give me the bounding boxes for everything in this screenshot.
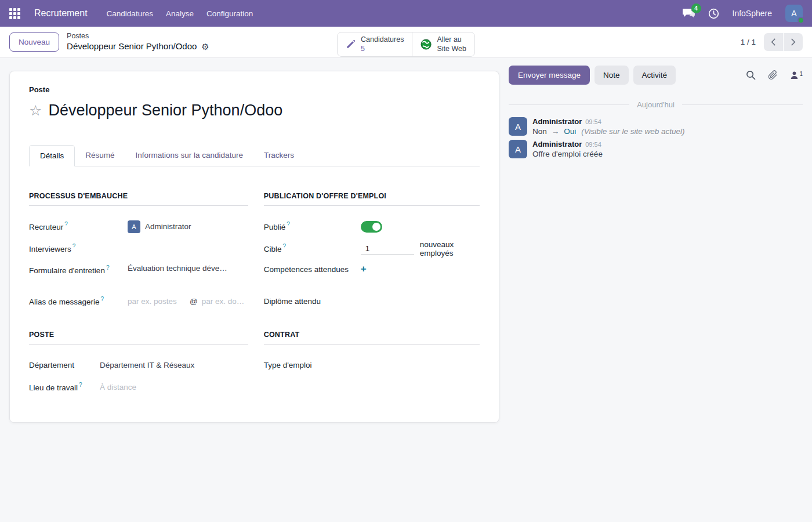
interview-form-value[interactable]: Évaluation technique déve… bbox=[128, 264, 248, 273]
field-recruiter: Recruteur? A Administrator bbox=[29, 216, 248, 237]
tracking-arrow-icon: → bbox=[552, 127, 560, 136]
message-body: Offre d'emploi créée bbox=[532, 150, 603, 158]
followers-count: 1 bbox=[799, 71, 803, 77]
notebook-tabs: Détails Résumé Informations sur la candi… bbox=[29, 145, 480, 166]
breadcrumb: Postes Développeur Senior Python/Odoo ⚙ bbox=[67, 32, 209, 52]
activity-clock-icon[interactable] bbox=[708, 8, 719, 19]
send-message-button[interactable]: Envoyer message bbox=[509, 66, 590, 85]
help-icon: ? bbox=[106, 264, 110, 271]
message-log: A Administrator 09:54 Offre d'emploi cré… bbox=[509, 140, 803, 158]
candidatures-label: Candidatures bbox=[361, 35, 404, 44]
tracked-old-value: Non bbox=[532, 127, 547, 136]
apps-grid-icon[interactable] bbox=[9, 8, 20, 19]
help-icon: ? bbox=[282, 243, 286, 249]
attachments-icon[interactable] bbox=[768, 70, 778, 80]
workplace-input[interactable] bbox=[100, 383, 204, 392]
help-icon: ? bbox=[101, 296, 104, 302]
section-title: PUBLICATION D'OFFRE D'EMPLOI bbox=[264, 192, 480, 206]
messages-icon[interactable]: 4 bbox=[683, 8, 695, 19]
online-status-dot bbox=[798, 17, 804, 24]
tab-application-info[interactable]: Informations sur la candidature bbox=[125, 145, 253, 166]
message-avatar: A bbox=[509, 117, 527, 136]
company-name[interactable]: InfoSphere bbox=[733, 9, 773, 18]
message-time: 09:54 bbox=[585, 141, 601, 148]
message-tracking: A Administrator 09:54 Non → Oui (Visible… bbox=[509, 117, 803, 136]
recruiter-avatar: A bbox=[128, 220, 140, 233]
help-icon: ? bbox=[72, 243, 76, 249]
user-avatar[interactable]: A bbox=[785, 5, 803, 22]
tracked-new-value: Oui bbox=[564, 127, 576, 136]
field-published: Publié? bbox=[264, 216, 480, 237]
field-email-alias: Alias de messagerie? @ bbox=[29, 291, 248, 311]
add-skill-button[interactable]: + bbox=[361, 264, 367, 274]
breadcrumb-current: Développeur Senior Python/Odoo bbox=[67, 41, 197, 52]
tab-trackers[interactable]: Trackers bbox=[253, 145, 304, 166]
schedule-activity-button[interactable]: Activité bbox=[633, 66, 676, 85]
pager-count: 1 / 1 bbox=[741, 38, 756, 46]
date-divider-label: Aujourd'hui bbox=[629, 100, 682, 109]
pager: 1 / 1 bbox=[741, 33, 803, 51]
favorite-star-icon[interactable]: ☆ bbox=[29, 103, 42, 118]
field-employment-type: Type d'emploi bbox=[264, 355, 480, 375]
section-title: PROCESSUS D'EMBAUCHE bbox=[29, 192, 248, 206]
go-to-website-button[interactable]: Aller au Site Web bbox=[412, 32, 474, 56]
section-job-publication: PUBLICATION D'OFFRE D'EMPLOI Publié? Cib… bbox=[264, 192, 480, 313]
candidatures-stat-button[interactable]: Candidatures 5 bbox=[338, 32, 412, 56]
tracked-field-note: (Visible sur le site web actuel) bbox=[581, 127, 684, 136]
field-department: Département Département IT & Réseaux bbox=[29, 355, 248, 375]
tab-details[interactable]: Détails bbox=[29, 145, 75, 166]
menu-configuration[interactable]: Configuration bbox=[200, 6, 259, 21]
alias-at-sign: @ bbox=[190, 297, 198, 306]
menu-candidatures[interactable]: Candidatures bbox=[100, 6, 160, 21]
globe-icon bbox=[420, 39, 432, 50]
top-navbar: Recrutement Candidatures Analyse Configu… bbox=[0, 0, 812, 27]
help-icon: ? bbox=[287, 221, 290, 227]
systray: 4 InfoSphere A bbox=[683, 5, 803, 22]
field-expected-degree: Diplôme attendu bbox=[264, 291, 480, 311]
target-suffix: nouveaux employés bbox=[420, 240, 480, 258]
date-divider: Aujourd'hui bbox=[509, 100, 803, 109]
new-button[interactable]: Nouveau bbox=[9, 32, 59, 52]
field-interview-form: Formulaire d'entretien? Évaluation techn… bbox=[29, 260, 248, 289]
pager-previous-button[interactable] bbox=[764, 33, 783, 51]
section-job: POSTE Département Département IT & Résea… bbox=[29, 331, 248, 399]
published-toggle[interactable] bbox=[361, 221, 382, 233]
main-area: Poste ☆ Développeur Senior Python/Odoo D… bbox=[0, 58, 812, 522]
help-icon: ? bbox=[64, 221, 68, 227]
model-label: Poste bbox=[29, 85, 480, 94]
section-title: POSTE bbox=[29, 331, 248, 345]
gear-icon[interactable]: ⚙ bbox=[201, 42, 209, 51]
recruiter-value[interactable]: A Administrator bbox=[128, 220, 248, 233]
stat-buttons: Candidatures 5 Aller au Site Web bbox=[337, 32, 475, 57]
message-time: 09:54 bbox=[585, 118, 601, 125]
form-sheet: Poste ☆ Développeur Senior Python/Odoo D… bbox=[9, 71, 499, 423]
alias-local-input[interactable] bbox=[128, 297, 186, 306]
search-messages-icon[interactable] bbox=[746, 70, 756, 80]
message-author: Administrator bbox=[532, 140, 582, 148]
target-input[interactable] bbox=[361, 242, 414, 255]
pencil-icon bbox=[346, 39, 356, 49]
section-contract: CONTRAT Type d'emploi bbox=[264, 331, 480, 399]
control-panel: Nouveau Postes Développeur Senior Python… bbox=[0, 27, 812, 58]
chatter: Envoyer message Note Activité 1 bbox=[509, 66, 803, 162]
pager-next-button[interactable] bbox=[784, 33, 803, 51]
field-interviewers: Interviewers? bbox=[29, 238, 248, 259]
app-name[interactable]: Recrutement bbox=[34, 8, 88, 19]
followers-button[interactable]: 1 bbox=[790, 71, 803, 79]
website-label-line2: Site Web bbox=[437, 44, 466, 53]
follower-person-icon bbox=[790, 71, 799, 79]
department-value[interactable]: Département IT & Réseaux bbox=[100, 361, 248, 369]
field-expected-skills: Compétences attendues + bbox=[264, 260, 480, 289]
website-label-line1: Aller au bbox=[437, 35, 466, 44]
candidatures-count: 5 bbox=[361, 44, 404, 53]
field-workplace: Lieu de travail? bbox=[29, 377, 248, 397]
app-menu: Candidatures Analyse Configuration bbox=[100, 6, 260, 21]
alias-domain-input[interactable] bbox=[202, 297, 248, 306]
breadcrumb-parent[interactable]: Postes bbox=[67, 32, 209, 41]
menu-analyse[interactable]: Analyse bbox=[160, 6, 200, 21]
log-note-button[interactable]: Note bbox=[594, 66, 629, 85]
tab-resume[interactable]: Résumé bbox=[75, 145, 125, 166]
message-author: Administrator bbox=[532, 117, 582, 126]
message-avatar: A bbox=[509, 140, 527, 158]
job-title[interactable]: Développeur Senior Python/Odoo bbox=[48, 102, 282, 119]
